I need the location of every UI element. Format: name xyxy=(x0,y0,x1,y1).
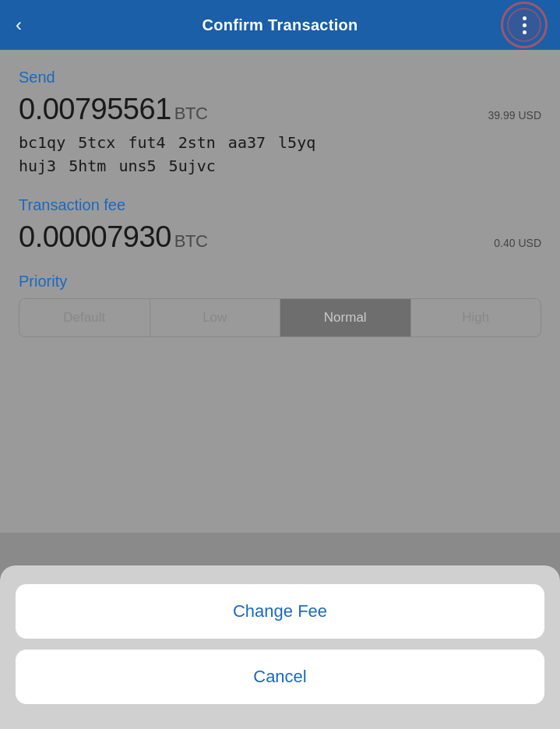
send-amount: 0.00795561BTC xyxy=(19,93,207,126)
dot-3 xyxy=(523,30,527,34)
fee-amount: 0.00007930BTC xyxy=(19,220,207,254)
address-line-1: bc1qy 5tcx fut4 2stn aa37 l5yq xyxy=(19,131,541,154)
cancel-button[interactable]: Cancel xyxy=(16,650,544,704)
priority-default-button[interactable]: Default xyxy=(19,299,150,336)
main-content: Send 0.00795561BTC 39.99 USD bc1qy 5tcx … xyxy=(0,50,560,533)
fee-section: Transaction fee 0.00007930BTC 0.40 USD xyxy=(19,196,541,254)
send-currency: BTC xyxy=(174,104,208,123)
priority-label: Priority xyxy=(19,273,541,291)
send-amount-value: 0.00795561 xyxy=(19,93,171,125)
address-line-2: huj3 5htm uns5 5ujvc xyxy=(19,154,541,178)
send-address: bc1qy 5tcx fut4 2stn aa37 l5yq huj3 5htm… xyxy=(19,131,541,178)
header-menu xyxy=(501,2,548,48)
bottom-sheet: Change Fee Cancel xyxy=(0,565,560,729)
page-title: Confirm Transaction xyxy=(202,16,357,34)
menu-highlight-ring xyxy=(501,2,548,48)
priority-normal-button[interactable]: Normal xyxy=(280,299,411,336)
priority-button-group: Default Low Normal High xyxy=(19,298,541,337)
priority-high-button[interactable]: High xyxy=(411,299,541,336)
send-label: Send xyxy=(19,69,541,86)
fee-currency: BTC xyxy=(174,231,208,251)
priority-low-button[interactable]: Low xyxy=(150,299,281,336)
fee-label: Transaction fee xyxy=(19,196,541,214)
dot-2 xyxy=(523,23,527,27)
back-button[interactable]: ‹ xyxy=(16,14,22,36)
fee-usd-value: 0.40 USD xyxy=(494,237,541,249)
send-amount-row: 0.00795561BTC 39.99 USD xyxy=(19,93,541,126)
fee-amount-row: 0.00007930BTC 0.40 USD xyxy=(19,220,541,254)
three-dots-icon xyxy=(523,16,527,34)
menu-button[interactable] xyxy=(507,8,541,42)
header: ‹ Confirm Transaction xyxy=(0,0,560,50)
send-section: Send 0.00795561BTC 39.99 USD bc1qy 5tcx … xyxy=(19,69,541,178)
priority-section: Priority Default Low Normal High xyxy=(19,273,541,337)
send-usd-value: 39.99 USD xyxy=(488,109,542,122)
change-fee-button[interactable]: Change Fee xyxy=(16,584,544,639)
fee-amount-value: 0.00007930 xyxy=(19,220,171,253)
dot-1 xyxy=(523,16,527,20)
